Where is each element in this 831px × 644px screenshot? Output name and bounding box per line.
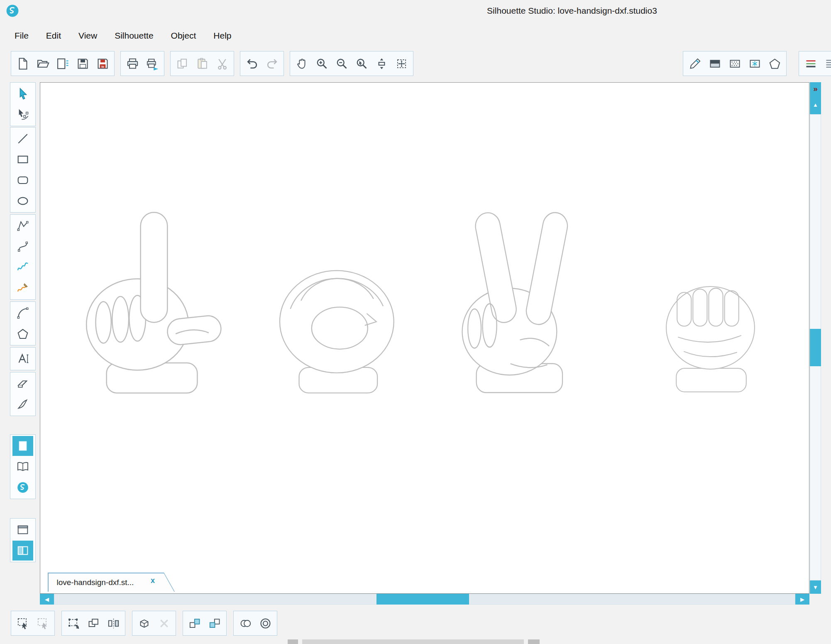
hand-sign-v[interactable]: [454, 210, 586, 396]
shape-style-button[interactable]: [765, 54, 784, 73]
copy-button[interactable]: [173, 54, 192, 73]
cut-button[interactable]: [213, 54, 232, 73]
horizontal-scroll-thumb[interactable]: [376, 594, 469, 605]
page-setup-button[interactable]: [53, 54, 72, 73]
paste-button[interactable]: [193, 54, 212, 73]
edit-points-button[interactable]: [12, 105, 33, 125]
deselect-all-icon: [36, 617, 50, 630]
fill-pattern-button[interactable]: [725, 54, 744, 73]
line-tool-button[interactable]: [12, 129, 33, 149]
menu-object[interactable]: Object: [162, 27, 205, 45]
knife-tool-button[interactable]: [12, 394, 33, 414]
drag-zoom-button[interactable]: [392, 54, 411, 73]
select-arrow-icon: [16, 87, 29, 100]
mirror-icon: [107, 617, 120, 630]
zoom-in-button[interactable]: [312, 54, 331, 73]
curve-tool-button[interactable]: [12, 237, 33, 257]
redo-button[interactable]: [262, 54, 281, 73]
eraser-tool-button[interactable]: [12, 374, 33, 394]
delete-button[interactable]: [154, 614, 174, 633]
mirror-button[interactable]: [104, 614, 123, 633]
fit-to-page-button[interactable]: [372, 54, 391, 73]
library-button[interactable]: [12, 457, 33, 477]
save-icon: [76, 57, 90, 71]
open-button[interactable]: [33, 54, 52, 73]
fill-color-button[interactable]: [705, 54, 724, 73]
new-document-button[interactable]: [13, 54, 32, 73]
zoom-selection-button[interactable]: [352, 54, 371, 73]
line-style-button[interactable]: [801, 54, 820, 73]
split-pane-button[interactable]: [12, 541, 33, 561]
send-to-back-button[interactable]: [205, 614, 224, 633]
print-button[interactable]: [123, 54, 142, 73]
rectangle-tool-button[interactable]: [12, 149, 33, 169]
save-to-library-button[interactable]: [93, 54, 112, 73]
zoom-out-button[interactable]: [332, 54, 351, 73]
menu-silhouette[interactable]: Silhouette: [106, 27, 162, 45]
object-to-path-button[interactable]: [134, 614, 154, 633]
weld-icon: [239, 617, 252, 630]
scroll-up-button[interactable]: ▲: [810, 95, 821, 114]
menu-file[interactable]: File: [6, 27, 37, 45]
design-page-button[interactable]: [12, 436, 33, 456]
regular-polygon-tool-button[interactable]: [12, 324, 33, 344]
partial-status-strip: [302, 639, 524, 644]
line-color-icon: [688, 57, 702, 71]
weld-button[interactable]: [236, 614, 255, 633]
undo-button[interactable]: [242, 54, 262, 73]
arc-tool-button[interactable]: [12, 303, 33, 323]
hand-sign-o[interactable]: [271, 259, 406, 396]
text-style-button[interactable]: [821, 54, 831, 73]
scroll-down-button[interactable]: ▼: [810, 580, 821, 594]
arc-tools-group: [10, 301, 36, 345]
print-toolbar-group: [120, 51, 164, 76]
transform-group: [61, 611, 125, 636]
fill-gradient-button[interactable]: [745, 54, 764, 73]
ellipse-tool-button[interactable]: [12, 191, 33, 211]
document-tab-close-button[interactable]: x: [151, 576, 155, 585]
vertical-scroll-thumb[interactable]: [810, 329, 821, 366]
file-toolbar-group: [11, 51, 115, 76]
silhouette-store-button[interactable]: [12, 477, 33, 497]
rounded-rectangle-tool-button[interactable]: [12, 170, 33, 190]
duplicate-button[interactable]: [84, 614, 103, 633]
app-window: Silhouette Studio: love-handsign-dxf.stu…: [0, 0, 831, 644]
rounded-rectangle-icon: [16, 174, 29, 187]
design-canvas[interactable]: [40, 82, 809, 594]
select-tool-button[interactable]: [12, 84, 33, 104]
hand-sign-e[interactable]: [653, 257, 770, 396]
hand-sign-l[interactable]: [80, 209, 224, 396]
line-color-button[interactable]: [685, 54, 704, 73]
edit-points-icon: [16, 108, 29, 121]
zoom-in-icon: [315, 57, 329, 71]
single-pane-button[interactable]: [12, 520, 33, 540]
bring-to-front-button[interactable]: [185, 614, 204, 633]
send-to-silhouette-icon: [146, 57, 159, 71]
scroll-left-button[interactable]: ◀: [40, 594, 54, 605]
polygon-tool-button[interactable]: [12, 216, 33, 236]
scale-button[interactable]: [64, 614, 83, 633]
pan-hand-icon: [295, 57, 309, 71]
menu-help[interactable]: Help: [205, 27, 240, 45]
menu-view[interactable]: View: [70, 27, 106, 45]
pan-tool-button[interactable]: [292, 54, 311, 73]
text-tool-button[interactable]: [12, 349, 33, 369]
document-tab[interactable]: love-handsign-dxf.st... x: [48, 573, 175, 592]
clipboard-toolbar-group: [170, 51, 234, 76]
select-all-button[interactable]: [13, 614, 32, 633]
library-book-icon: [16, 460, 29, 473]
panel-expand-button[interactable]: »: [810, 82, 821, 95]
new-document-icon: [16, 57, 30, 71]
freehand-tool-button[interactable]: [12, 257, 33, 277]
partial-status-strip: [288, 639, 298, 644]
menu-edit[interactable]: Edit: [37, 27, 70, 45]
send-to-silhouette-button[interactable]: [143, 54, 162, 73]
smooth-freehand-tool-button[interactable]: [12, 278, 33, 298]
scroll-right-button[interactable]: ▶: [795, 594, 809, 605]
split-pane-icon: [16, 544, 29, 557]
deselect-all-button[interactable]: [33, 614, 52, 633]
save-button[interactable]: [73, 54, 92, 73]
open-folder-icon: [36, 57, 50, 71]
page-setup-icon: [56, 57, 70, 71]
offset-button[interactable]: [256, 614, 275, 633]
